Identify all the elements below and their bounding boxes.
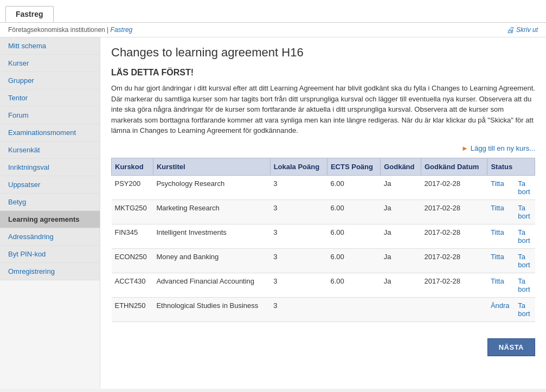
sidebar-item-mitt-schema[interactable]: Mitt schema	[0, 37, 100, 55]
titta-link[interactable]: Titta	[491, 204, 504, 212]
cell-tabort: Tabort	[515, 273, 535, 297]
cell-lokala-pong: 3	[270, 175, 327, 200]
cell-lokala-pong: 3	[270, 248, 327, 273]
cell-tabort: Tabort	[515, 175, 535, 200]
tabort-link[interactable]: Tabort	[518, 204, 531, 220]
cell-godkand-datum: 2017-02-28	[421, 224, 487, 248]
tabort-link[interactable]: Tabort	[518, 277, 531, 293]
cell-godkand-datum: 2017-02-28	[421, 200, 487, 224]
titta-link[interactable]: Titta	[491, 277, 504, 285]
print-icon: 🖨	[506, 25, 514, 34]
read-first-title: LÄS DETTA FÖRST!	[111, 68, 535, 78]
print-label: Skriv ut	[516, 26, 538, 34]
cell-ects-pong: 6.00	[327, 273, 380, 297]
col-godkand: Godkänd	[381, 158, 421, 175]
cell-ects-pong	[327, 297, 380, 322]
breadcrumb-institution: Företagsekonomiska institutionen	[8, 26, 105, 34]
cell-kurskod: ETHN250	[112, 297, 153, 322]
titta-link[interactable]: Titta	[491, 228, 504, 236]
arrow-icon: ►	[461, 144, 468, 152]
cell-action-link: Titta	[487, 224, 515, 248]
sidebar-item-forum[interactable]: Forum	[0, 107, 100, 124]
sidebar-item-adressändring[interactable]: Adressändring	[0, 228, 100, 246]
sidebar-item-omregistrering[interactable]: Omregistrering	[0, 263, 100, 280]
sidebar-item-kurser[interactable]: Kurser	[0, 55, 100, 72]
next-button-container: NÄSTA	[111, 333, 535, 362]
cell-kurstitel: Marketing Research	[153, 200, 270, 224]
titta-link[interactable]: Titta	[491, 253, 504, 261]
cell-kurstitel: Intelligent Investments	[153, 224, 270, 248]
cell-godkand: Ja	[381, 273, 421, 297]
cell-ects-pong: 6.00	[327, 248, 380, 273]
cell-kurskod: ECON250	[112, 248, 153, 273]
sidebar-item-learning-agreements[interactable]: Learning agreements	[0, 211, 100, 228]
cell-kurstitel: Psychology Research	[153, 175, 270, 200]
cell-kurstitel: Ethnological Studies in Business	[153, 297, 270, 322]
cell-lokala-pong: 3	[270, 273, 327, 297]
sidebar-item-inriktningsval[interactable]: Inriktningsval	[0, 159, 100, 176]
titta-link[interactable]: Titta	[491, 179, 504, 188]
main-content: Changes to learning agreement H16 LÄS DE…	[100, 37, 546, 389]
next-button[interactable]: NÄSTA	[487, 338, 535, 356]
table-row: FIN345Intelligent Investments36.00Ja2017…	[112, 224, 535, 248]
cell-godkand-datum: 2017-02-28	[421, 175, 487, 200]
courses-table: Kurskod Kurstitel Lokala Poäng ECTS Poän…	[111, 158, 535, 322]
table-header-row: Kurskod Kurstitel Lokala Poäng ECTS Poän…	[112, 158, 535, 175]
col-status: Status	[487, 158, 535, 175]
andra-link[interactable]: Ändra	[491, 301, 510, 310]
cell-godkand: Ja	[381, 200, 421, 224]
cell-kurskod: PSY200	[112, 175, 153, 200]
cell-godkand-datum	[421, 297, 487, 322]
cell-lokala-pong: 3	[270, 297, 327, 322]
cell-action-link: Titta	[487, 175, 515, 200]
cell-kurstitel: Money and Banking	[153, 248, 270, 273]
cell-godkand: Ja	[381, 248, 421, 273]
fastreg-tab[interactable]: Fastreg	[5, 6, 54, 22]
cell-lokala-pong: 3	[270, 224, 327, 248]
sidebar-item-kursenkät[interactable]: Kursenkät	[0, 142, 100, 159]
tabort-link[interactable]: Tabort	[518, 253, 531, 269]
top-bar: Fastreg	[0, 0, 546, 23]
description-text: Om du har gjort ändringar i ditt kursval…	[111, 83, 535, 136]
cell-tabort: Tabort	[515, 200, 535, 224]
cell-action-link: Titta	[487, 200, 515, 224]
cell-ects-pong: 6.00	[327, 175, 380, 200]
layout: Mitt schemaKurserGrupperTentorForumExami…	[0, 37, 546, 389]
cell-lokala-pong: 3	[270, 200, 327, 224]
cell-tabort: Tabort	[515, 297, 535, 322]
sidebar-item-betyg[interactable]: Betyg	[0, 194, 100, 211]
breadcrumb-system-link[interactable]: Fastreg	[111, 26, 133, 34]
print-link[interactable]: 🖨 Skriv ut	[506, 25, 538, 34]
tabort-link[interactable]: Tabort	[518, 301, 531, 318]
table-row: PSY200Psychology Research36.00Ja2017-02-…	[112, 175, 535, 200]
table-row: MKTG250Marketing Research36.00Ja2017-02-…	[112, 200, 535, 224]
sidebar-item-grupper[interactable]: Grupper	[0, 72, 100, 89]
cell-godkand	[381, 297, 421, 322]
sidebar-item-byt-pin-kod[interactable]: Byt PIN-kod	[0, 246, 100, 263]
cell-action-link: Titta	[487, 248, 515, 273]
cell-tabort: Tabort	[515, 248, 535, 273]
sidebar-item-examinationsmoment[interactable]: Examinationsmoment	[0, 124, 100, 142]
tabort-link[interactable]: Tabort	[518, 179, 531, 196]
cell-tabort: Tabort	[515, 224, 535, 248]
table-row: ECON250Money and Banking36.00Ja2017-02-2…	[112, 248, 535, 273]
sidebar-item-uppsatser[interactable]: Uppsatser	[0, 176, 100, 194]
col-ects-pong: ECTS Poäng	[327, 158, 380, 175]
sidebar-item-tentor[interactable]: Tentor	[0, 89, 100, 107]
col-lokala-pong: Lokala Poäng	[270, 158, 327, 175]
table-row: ACCT430Advanced Financial Accounting36.0…	[112, 273, 535, 297]
col-godkand-datum: Godkänd Datum	[421, 158, 487, 175]
breadcrumb-bar: Företagsekonomiska institutionen | Fastr…	[0, 23, 546, 37]
cell-godkand: Ja	[381, 224, 421, 248]
table-row: ETHN250Ethnological Studies in Business3…	[112, 297, 535, 322]
cell-kurskod: MKTG250	[112, 200, 153, 224]
add-course-link[interactable]: ►Lägg till en ny kurs...	[461, 144, 535, 152]
breadcrumb: Företagsekonomiska institutionen | Fastr…	[8, 26, 132, 34]
cell-godkand: Ja	[381, 175, 421, 200]
cell-ects-pong: 6.00	[327, 200, 380, 224]
cell-kurskod: ACCT430	[112, 273, 153, 297]
tabort-link[interactable]: Tabort	[518, 228, 531, 245]
sidebar: Mitt schemaKurserGrupperTentorForumExami…	[0, 37, 100, 389]
cell-action-link: Titta	[487, 273, 515, 297]
cell-kurstitel: Advanced Financial Accounting	[153, 273, 270, 297]
